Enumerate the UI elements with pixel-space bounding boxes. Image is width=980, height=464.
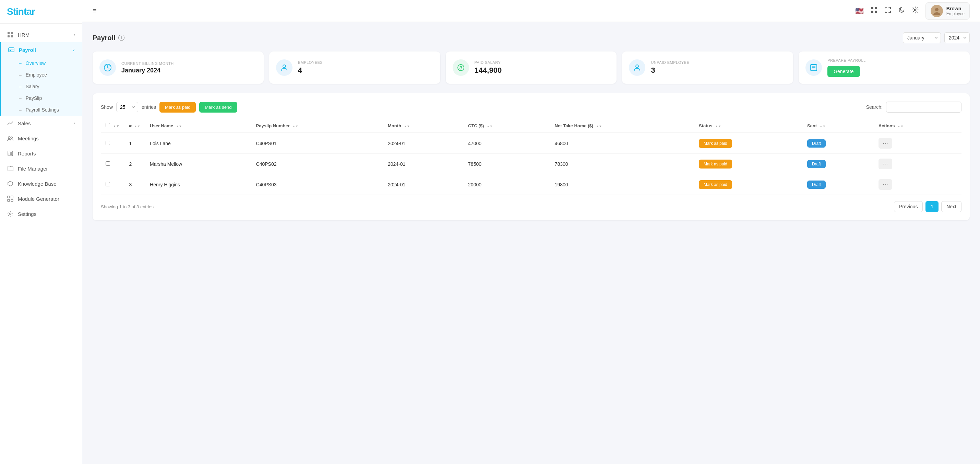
sort-payslip-icon[interactable]: ▲▼	[292, 124, 298, 128]
mark-as-paid-row-3[interactable]: Mark as paid	[699, 180, 732, 189]
month-filter-select[interactable]: January February March April May June Ju…	[903, 32, 941, 43]
employees-body: EMPLOYEES 4	[298, 61, 433, 75]
dark-mode-icon[interactable]	[898, 6, 905, 15]
col-header-num: # ▲▼	[124, 119, 145, 133]
reports-label: Reports	[18, 151, 36, 156]
row-actions-3: ⋯	[874, 174, 961, 195]
payroll-submenu: Overview Employee Salary PaySlip Payroll…	[1, 57, 82, 116]
select-all-checkbox[interactable]	[106, 123, 110, 128]
sales-label: Sales	[18, 120, 31, 126]
page-1-button[interactable]: 1	[926, 201, 939, 212]
unpaid-employee-body: UNPAID EMPLOYEE 3	[651, 61, 786, 75]
user-profile-button[interactable]: Brown Employee	[926, 2, 970, 19]
row-payslip-2: C40PS02	[251, 154, 383, 174]
search-input[interactable]	[886, 102, 961, 113]
sort-actions-icon[interactable]: ▲▼	[897, 124, 904, 128]
sidebar-item-salary[interactable]: Salary	[19, 81, 82, 92]
billing-month-value: January 2024	[121, 67, 257, 74]
sales-icon	[7, 120, 14, 127]
actions-button-1[interactable]: ⋯	[878, 138, 892, 148]
sort-month-icon[interactable]: ▲▼	[404, 124, 410, 128]
row-sent-1: Draft	[802, 133, 874, 154]
sort-ctc-icon[interactable]: ▲▼	[487, 124, 493, 128]
actions-button-2[interactable]: ⋯	[878, 159, 892, 169]
module-generator-icon	[7, 195, 14, 202]
sidebar-item-sales[interactable]: Sales ›	[0, 116, 82, 131]
sidebar-item-reports[interactable]: Reports	[0, 146, 82, 161]
sort-net-icon[interactable]: ▲▼	[596, 124, 602, 128]
svg-point-7	[8, 137, 10, 139]
svg-rect-14	[11, 196, 13, 198]
show-entries-select[interactable]: 25 50 100	[116, 102, 138, 112]
row-num-3: 3	[124, 174, 145, 195]
row-ctc-2: 78500	[463, 154, 550, 174]
prepare-payroll-icon	[805, 59, 822, 76]
col-header-payslip: Payslip Number ▲▼	[251, 119, 383, 133]
apps-icon[interactable]	[870, 6, 878, 15]
avatar	[931, 5, 943, 17]
sort-sent-icon[interactable]: ▲▼	[819, 124, 826, 128]
paid-salary-value: 144,900	[474, 66, 610, 75]
previous-page-button[interactable]: Previous	[894, 201, 923, 212]
sidebar-item-employee[interactable]: Employee	[19, 69, 82, 81]
col-header-sent: Sent ▲▼	[802, 119, 874, 133]
sidebar-item-payslip[interactable]: PaySlip	[19, 92, 82, 104]
sort-username-icon[interactable]: ▲▼	[176, 124, 182, 128]
row-checkbox-1[interactable]	[106, 141, 110, 145]
col-header-ctc: CTC ($) ▲▼	[463, 119, 550, 133]
module-generator-label: Module Generator	[18, 196, 59, 202]
sidebar-item-settings[interactable]: Settings	[0, 206, 82, 222]
sidebar-item-module-generator[interactable]: Module Generator	[0, 191, 82, 206]
logo: Stintar	[0, 0, 82, 24]
sort-status-icon[interactable]: ▲▼	[715, 124, 721, 128]
info-icon[interactable]: i	[118, 35, 124, 41]
fullscreen-icon[interactable]	[885, 6, 891, 15]
generate-button[interactable]: Generate	[827, 66, 860, 77]
row-checkbox-2[interactable]	[106, 161, 110, 166]
svg-rect-2	[8, 35, 10, 37]
unpaid-employee-icon	[629, 59, 645, 76]
row-checkbox-cell	[101, 133, 124, 154]
settings-icon	[7, 210, 14, 217]
actions-button-3[interactable]: ⋯	[878, 179, 892, 190]
sidebar-item-overview[interactable]: Overview	[19, 57, 82, 69]
row-checkbox-3[interactable]	[106, 182, 110, 187]
mark-as-paid-row-1[interactable]: Mark as paid	[699, 139, 732, 148]
mark-as-paid-button[interactable]: Mark as paid	[159, 102, 196, 113]
prepare-payroll-label: PREPARE PAYROLL	[827, 58, 963, 62]
year-filter-select[interactable]: 2023 2024 2025	[944, 32, 970, 43]
mark-as-send-button[interactable]: Mark as send	[199, 102, 237, 113]
hrm-label: HRM	[18, 32, 30, 38]
next-page-button[interactable]: Next	[941, 201, 961, 212]
table-header: ▲▼ # ▲▼ User Name ▲▼ Payslip Number ▲▼ M	[101, 119, 961, 133]
table-row: 1 Lois Lane C40PS01 2024-01 47000 46800 …	[101, 133, 961, 154]
paid-salary-body: PAID SALARY 144,900	[474, 61, 610, 75]
gear-settings-icon[interactable]	[912, 6, 919, 15]
draft-badge-2: Draft	[807, 160, 826, 168]
row-actions-1: ⋯	[874, 133, 961, 154]
file-manager-label: File Manager	[18, 166, 48, 172]
stat-card-unpaid-employee: UNPAID EMPLOYEE 3	[622, 51, 793, 84]
mark-as-paid-row-2[interactable]: Mark as paid	[699, 159, 732, 169]
reports-icon	[7, 150, 14, 157]
row-month-2: 2024-01	[383, 154, 463, 174]
page-filters: January February March April May June Ju…	[903, 32, 970, 43]
search-group: Search:	[866, 102, 961, 113]
showing-text: Showing 1 to 3 of 3 entries	[101, 204, 891, 209]
sidebar-item-file-manager[interactable]: File Manager	[0, 161, 82, 176]
topbar: ≡ 🇺🇸 Brown Employee	[82, 0, 980, 22]
settings-label: Settings	[18, 211, 37, 217]
row-sent-3: Draft	[802, 174, 874, 195]
sidebar-item-hrm[interactable]: HRM ›	[0, 27, 82, 42]
language-flag[interactable]: 🇺🇸	[855, 7, 864, 15]
menu-toggle-button[interactable]: ≡	[92, 7, 97, 15]
sidebar-item-meetings[interactable]: Meetings	[0, 131, 82, 146]
sidebar-item-payroll-settings[interactable]: Payroll Settings	[19, 104, 82, 116]
billing-month-body: CURRENT BILLING MONTH January 2024	[121, 61, 257, 74]
sort-num-icon[interactable]: ▲▼	[134, 124, 140, 128]
sidebar-item-payroll[interactable]: Payroll ∨	[1, 42, 82, 57]
svg-rect-21	[875, 11, 877, 13]
meetings-label: Meetings	[18, 136, 39, 141]
sidebar-item-knowledge-base[interactable]: Knowledge Base	[0, 176, 82, 191]
svg-rect-0	[8, 32, 10, 34]
